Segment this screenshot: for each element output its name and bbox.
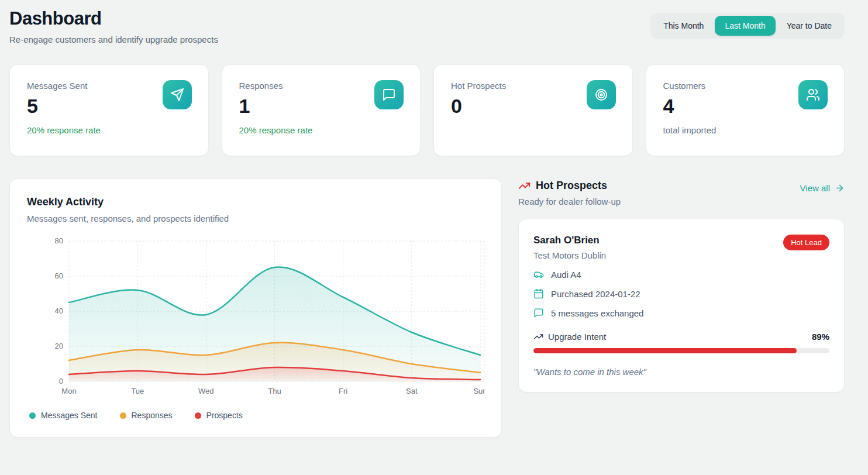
main-content: Weekly Activity Messages sent, responses…	[9, 178, 845, 438]
legend-label: Prospects	[206, 411, 243, 420]
prospect-purchase-row: Purchased 2024-01-22	[533, 288, 829, 299]
legend-label: Messages Sent	[41, 411, 98, 420]
svg-text:Mon: Mon	[61, 387, 76, 395]
prospect-vehicle: Audi A4	[551, 270, 581, 280]
stat-card-messages-sent: Messages Sent 5 20% response rate	[9, 64, 209, 156]
svg-text:80: 80	[55, 236, 63, 245]
view-all-link[interactable]: View all	[800, 183, 845, 193]
range-last-month-button[interactable]: Last Month	[715, 16, 775, 36]
prospect-messages: 5 messages exchanged	[551, 308, 643, 318]
stat-sub: total imported	[663, 125, 828, 135]
target-icon	[587, 80, 616, 109]
stat-cards-row: Messages Sent 5 20% response rate Respon…	[9, 64, 845, 156]
svg-text:Fri: Fri	[339, 387, 347, 395]
svg-text:20: 20	[55, 342, 63, 350]
time-range-switcher: This Month Last Month Year to Date	[650, 13, 845, 39]
range-this-month-button[interactable]: This Month	[653, 16, 714, 36]
weekly-activity-card: Weekly Activity Messages sent, responses…	[9, 178, 502, 438]
svg-text:0: 0	[59, 377, 63, 385]
intent-value: 89%	[812, 332, 829, 342]
calendar-icon	[533, 288, 544, 299]
intent-label: Upgrade Intent	[548, 332, 606, 342]
legend-label: Responses	[132, 411, 173, 420]
stat-card-customers: Customers 4 total imported	[646, 64, 845, 156]
stat-card-responses: Responses 1 20% response rate	[222, 64, 421, 156]
weekly-activity-chart: 020406080MonTueWedThuFriSatSun	[27, 235, 484, 402]
svg-text:Tue: Tue	[131, 387, 144, 395]
prospect-vehicle-row: Audi A4	[533, 269, 829, 280]
send-icon	[163, 80, 192, 109]
page-title: Dashboard	[9, 8, 218, 29]
hot-prospects-heading: Hot Prospects Ready for dealer follow-up	[518, 180, 621, 206]
range-year-to-date-button[interactable]: Year to Date	[777, 16, 842, 36]
prospect-quote: "Wants to come in this week"	[533, 367, 829, 377]
page-header: Dashboard Re-engage customers and identi…	[9, 8, 845, 44]
upgrade-intent-row: Upgrade Intent 89%	[533, 332, 829, 342]
users-icon	[798, 80, 828, 109]
message-icon	[374, 80, 404, 109]
svg-text:Sun: Sun	[473, 387, 485, 395]
hot-lead-badge: Hot Lead	[783, 235, 829, 250]
prospect-name: Sarah O'Brien	[533, 235, 606, 246]
svg-text:Thu: Thu	[268, 387, 281, 395]
dashboard-page: Dashboard Re-engage customers and identi…	[0, 0, 868, 438]
stat-card-hot-prospects: Hot Prospects 0	[433, 64, 633, 156]
svg-text:Wed: Wed	[198, 387, 214, 395]
prospect-messages-row: 5 messages exchanged	[533, 308, 829, 318]
page-subtitle: Re-engage customers and identify upgrade…	[9, 35, 218, 44]
legend-item-messages-sent: Messages Sent	[29, 411, 98, 420]
prospect-card[interactable]: Sarah O'Brien Test Motors Dublin Hot Lea…	[518, 219, 845, 393]
prospect-identity: Sarah O'Brien Test Motors Dublin	[533, 235, 606, 260]
header-text: Dashboard Re-engage customers and identi…	[9, 8, 218, 44]
stat-sub: 20% response rate	[27, 125, 191, 135]
chart-subtitle: Messages sent, responses, and prospects …	[27, 214, 484, 223]
chart-legend: Messages Sent Responses Prospects	[29, 411, 484, 420]
prospect-purchase: Purchased 2024-01-22	[551, 289, 640, 299]
hot-prospects-header: Hot Prospects Ready for dealer follow-up…	[518, 180, 845, 206]
view-all-label: View all	[800, 183, 830, 193]
panel-subtitle: Ready for dealer follow-up	[518, 197, 621, 206]
svg-text:Sat: Sat	[406, 387, 418, 395]
svg-text:40: 40	[55, 307, 63, 315]
intent-progress-fill	[533, 348, 797, 353]
hot-prospects-panel: Hot Prospects Ready for dealer follow-up…	[518, 178, 845, 438]
legend-dot-orange	[120, 412, 126, 419]
chart-canvas: 020406080MonTueWedThuFriSatSun	[27, 235, 485, 400]
chart-title: Weekly Activity	[27, 196, 484, 208]
svg-text:60: 60	[55, 271, 63, 280]
legend-item-prospects: Prospects	[195, 411, 243, 420]
intent-progress-track	[533, 348, 829, 353]
stat-sub: 20% response rate	[239, 125, 404, 135]
arrow-right-icon	[835, 183, 845, 193]
message-icon	[533, 308, 544, 318]
car-icon	[533, 269, 544, 280]
legend-dot-red	[195, 412, 201, 419]
panel-title: Hot Prospects	[536, 180, 607, 192]
trending-up-icon	[533, 332, 543, 342]
legend-dot-teal	[29, 412, 36, 419]
trending-up-icon	[518, 180, 531, 192]
legend-item-responses: Responses	[120, 411, 173, 420]
prospect-dealer: Test Motors Dublin	[533, 250, 606, 260]
